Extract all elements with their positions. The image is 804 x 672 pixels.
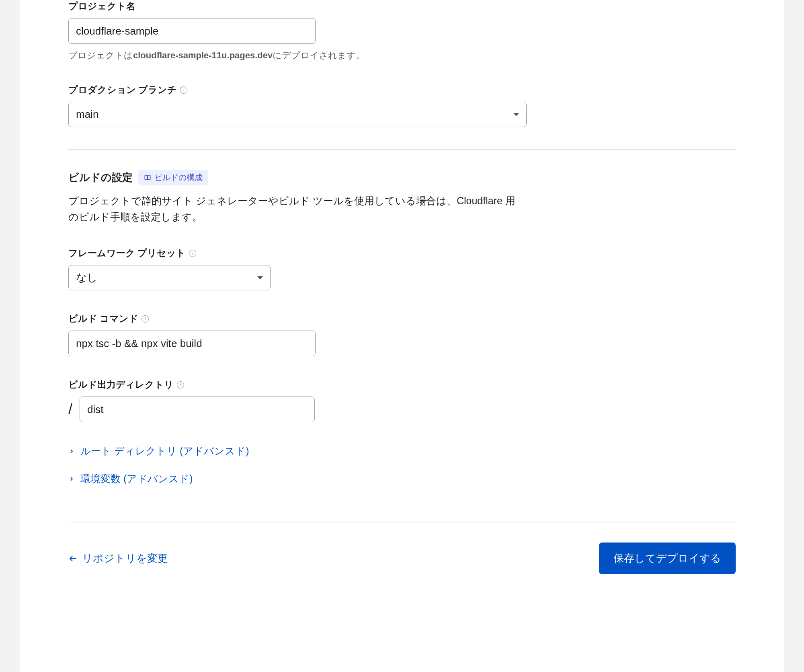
project-name-help-domain: cloudflare-sample-11u.pages.dev — [133, 50, 273, 60]
build-settings-title: ビルドの設定 — [68, 171, 133, 185]
build-output-label: ビルド出力ディレクトリ — [68, 378, 174, 391]
build-output-row: / — [68, 397, 736, 422]
info-icon[interactable]: i — [177, 381, 184, 388]
chevron-right-icon — [68, 476, 75, 482]
build-settings-desc: プロジェクトで静的サイト ジェネレーターやビルド ツールを使用している場合は、C… — [68, 193, 523, 225]
build-output-input[interactable] — [80, 397, 315, 422]
info-icon[interactable]: i — [180, 86, 187, 94]
section-divider — [68, 149, 736, 150]
footer-bar: リポジトリを変更 保存してデプロイする — [68, 543, 736, 574]
production-branch-label-row: プロダクション ブランチ i — [68, 84, 736, 96]
build-command-label-row: ビルド コマンド i — [68, 312, 736, 325]
framework-preset-group: フレームワーク プリセット i なし — [68, 247, 736, 290]
project-name-label: プロジェクト名 — [68, 0, 135, 12]
production-branch-value: main — [76, 108, 98, 121]
info-icon[interactable]: i — [142, 315, 149, 323]
change-repo-link[interactable]: リポジトリを変更 — [68, 551, 168, 565]
build-command-group: ビルド コマンド i — [68, 312, 736, 356]
build-command-label: ビルド コマンド — [68, 312, 138, 325]
footer-divider — [68, 522, 736, 522]
save-deploy-label: 保存してデプロイする — [613, 552, 721, 564]
build-config-link[interactable]: ビルドの構成 — [138, 170, 208, 185]
build-config-link-label: ビルドの構成 — [154, 172, 203, 183]
production-branch-select-wrap: main — [68, 102, 527, 127]
change-repo-label: リポジトリを変更 — [82, 551, 168, 565]
caret-down-icon — [513, 113, 519, 116]
production-branch-group: プロダクション ブランチ i main — [68, 84, 736, 127]
save-deploy-button[interactable]: 保存してデプロイする — [599, 543, 736, 574]
arrow-left-icon — [68, 554, 78, 563]
project-name-group: プロジェクト名 プロジェクトはcloudflare-sample-11u.pag… — [68, 0, 736, 62]
root-directory-label: ルート ディレクトリ (アドバンスド) — [80, 444, 249, 458]
framework-preset-label: フレームワーク プリセット — [68, 247, 186, 259]
advanced-group: ルート ディレクトリ (アドバンスド) 環境変数 (アドバンスド) — [68, 444, 736, 500]
root-directory-expand[interactable]: ルート ディレクトリ (アドバンスド) — [68, 444, 249, 458]
env-vars-label: 環境変数 (アドバンスド) — [80, 472, 193, 485]
slash-prefix: / — [68, 401, 72, 418]
project-name-help-suffix: にデプロイされます。 — [273, 50, 365, 60]
env-vars-expand[interactable]: 環境変数 (アドバンスド) — [68, 472, 193, 485]
book-icon — [144, 174, 151, 181]
build-output-group: ビルド出力ディレクトリ i / — [68, 378, 736, 422]
project-name-label-row: プロジェクト名 — [68, 0, 736, 12]
project-name-input[interactable] — [68, 18, 316, 44]
build-settings-header: ビルドの設定 ビルドの構成 — [68, 170, 736, 185]
caret-down-icon — [257, 276, 263, 279]
svg-rect-0 — [145, 175, 147, 180]
build-output-label-row: ビルド出力ディレクトリ i — [68, 378, 736, 391]
framework-preset-label-row: フレームワーク プリセット i — [68, 247, 736, 259]
project-name-help: プロジェクトはcloudflare-sample-11u.pages.devにデ… — [68, 49, 736, 62]
info-icon[interactable]: i — [189, 250, 196, 257]
framework-preset-value: なし — [76, 271, 98, 285]
framework-preset-select-wrap: なし — [68, 265, 271, 290]
project-name-help-prefix: プロジェクトは — [68, 50, 133, 60]
production-branch-select[interactable]: main — [68, 102, 527, 127]
chevron-right-icon — [68, 448, 75, 454]
build-command-input[interactable] — [68, 331, 316, 356]
production-branch-label: プロダクション ブランチ — [68, 84, 177, 96]
framework-preset-select[interactable]: なし — [68, 265, 271, 290]
svg-rect-1 — [148, 175, 150, 180]
